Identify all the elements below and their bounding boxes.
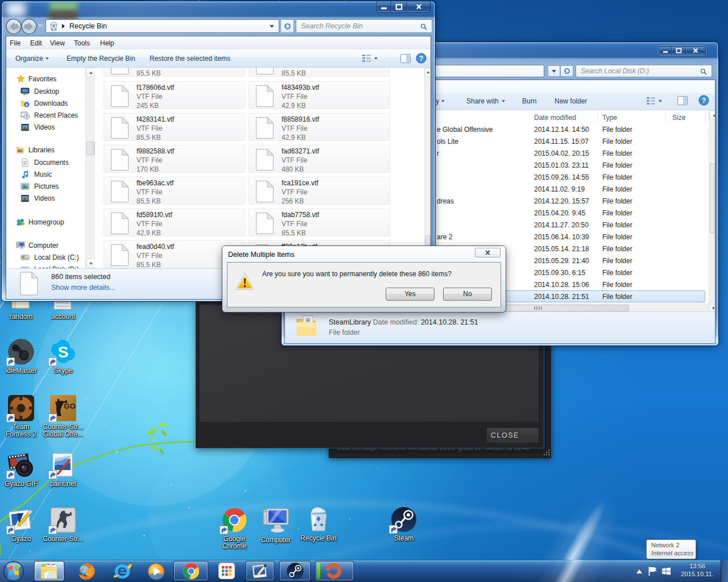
svg-text:?: ? (702, 96, 706, 105)
svg-text:?: ? (419, 54, 424, 63)
svg-text:S: S (58, 343, 69, 361)
svg-text:GO: GO (64, 402, 76, 410)
